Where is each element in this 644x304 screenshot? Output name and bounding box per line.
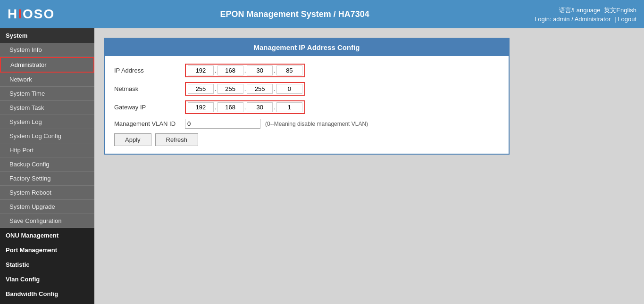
logo-red-letter: I [18, 7, 23, 21]
sidebar-group-statistic[interactable]: Statistic [0, 257, 94, 272]
gateway-octet-3[interactable] [247, 102, 273, 112]
apply-button[interactable]: Apply [114, 133, 151, 146]
ip-octet-4[interactable] [276, 66, 302, 75]
logo: HIOSO [8, 7, 55, 22]
language-row: 语言/Language 英文English [559, 6, 636, 15]
netmask-octet-1[interactable] [188, 84, 214, 94]
vlan-row: Management VLAN ID (0--Meaning disable m… [114, 119, 499, 129]
gateway-octet-1[interactable] [188, 102, 214, 112]
ip-octet-1[interactable] [188, 66, 214, 75]
sidebar-item-network[interactable]: Network [0, 73, 94, 87]
main-layout: System System Info Administrator Network… [0, 28, 644, 304]
sidebar-item-administrator[interactable]: Administrator [0, 57, 94, 73]
netmask-octet-4[interactable] [276, 84, 302, 94]
lang-value[interactable]: 英文English [604, 6, 636, 15]
ip-address-group: . . . [185, 64, 305, 77]
login-text: Login: admin / Administrator [535, 16, 611, 23]
ip-sep-3: . [273, 67, 276, 74]
sidebar-item-save-configuration[interactable]: Save Configuration [0, 214, 94, 228]
logout-link[interactable]: | Logout [614, 16, 636, 23]
lang-label: 语言/Language [559, 6, 600, 15]
header-right: 语言/Language 英文English Login: admin / Adm… [535, 6, 636, 23]
sidebar-item-backup-config[interactable]: Backup Config [0, 157, 94, 172]
sidebar-item-system-time[interactable]: System Time [0, 87, 94, 101]
sidebar-item-system-reboot[interactable]: System Reboot [0, 186, 94, 200]
gateway-octet-2[interactable] [217, 102, 243, 112]
gateway-label: Gateway IP [114, 104, 185, 111]
netmask-group: . . . [185, 82, 305, 96]
gw-sep-2: . [243, 104, 247, 111]
login-row: Login: admin / Administrator | Logout [535, 16, 636, 23]
logo-area: HIOSO [8, 7, 55, 22]
gateway-row: Gateway IP . . . [114, 100, 499, 114]
sidebar-item-system-log[interactable]: System Log [0, 115, 94, 129]
vlan-note: (0--Meaning disable management VLAN) [265, 121, 368, 127]
netmask-label: Netmask [114, 85, 185, 92]
ip-address-label: IP Address [114, 67, 185, 74]
content-area: Management IP Address Config IP Address … [94, 28, 644, 304]
sidebar-group-vlan[interactable]: Vlan Config [0, 272, 94, 287]
netmask-octet-3[interactable] [247, 84, 273, 94]
sidebar-item-factory-setting[interactable]: Factory Setting [0, 172, 94, 186]
sidebar-item-system-task[interactable]: System Task [0, 101, 94, 115]
sidebar-group-bandwidth[interactable]: Bandwidth Config [0, 287, 94, 301]
nm-sep-3: . [273, 85, 276, 92]
ip-sep-2: . [243, 67, 247, 74]
sidebar-group-port[interactable]: Port Management [0, 243, 94, 257]
sidebar-group-olt-mac[interactable]: OLT Mac Config [0, 301, 94, 304]
gateway-octet-4[interactable] [276, 102, 302, 112]
ip-octet-3[interactable] [247, 66, 273, 75]
sidebar-item-http-port[interactable]: Http Port [0, 143, 94, 157]
header: HIOSO EPON Management System / HA7304 语言… [0, 0, 644, 28]
vlan-label: Management VLAN ID [114, 120, 185, 127]
sidebar: System System Info Administrator Network… [0, 28, 94, 304]
ip-address-row: IP Address . . . [114, 64, 499, 77]
sidebar-group-system[interactable]: System [0, 28, 94, 43]
sidebar-item-system-info[interactable]: System Info [0, 43, 94, 57]
sidebar-item-system-log-config[interactable]: System Log Config [0, 129, 94, 143]
refresh-button[interactable]: Refresh [155, 133, 199, 146]
ip-sep-1: . [214, 67, 217, 74]
ip-octet-2[interactable] [217, 66, 243, 75]
card-body: IP Address . . . Netmask [105, 56, 509, 154]
button-row: Apply Refresh [114, 133, 499, 146]
card-title: Management IP Address Config [105, 39, 509, 56]
management-ip-card: Management IP Address Config IP Address … [104, 38, 510, 155]
gw-sep-1: . [214, 104, 217, 111]
nm-sep-2: . [243, 85, 247, 92]
sidebar-item-system-upgrade[interactable]: System Upgrade [0, 200, 94, 214]
sidebar-group-onu[interactable]: ONU Management [0, 228, 94, 243]
netmask-octet-2[interactable] [217, 84, 243, 94]
nm-sep-1: . [214, 85, 217, 92]
netmask-row: Netmask . . . [114, 82, 499, 96]
vlan-input[interactable] [185, 119, 260, 129]
gw-sep-3: . [273, 104, 276, 111]
gateway-group: . . . [185, 100, 305, 114]
header-title: EPON Management System / HA7304 [220, 9, 369, 19]
